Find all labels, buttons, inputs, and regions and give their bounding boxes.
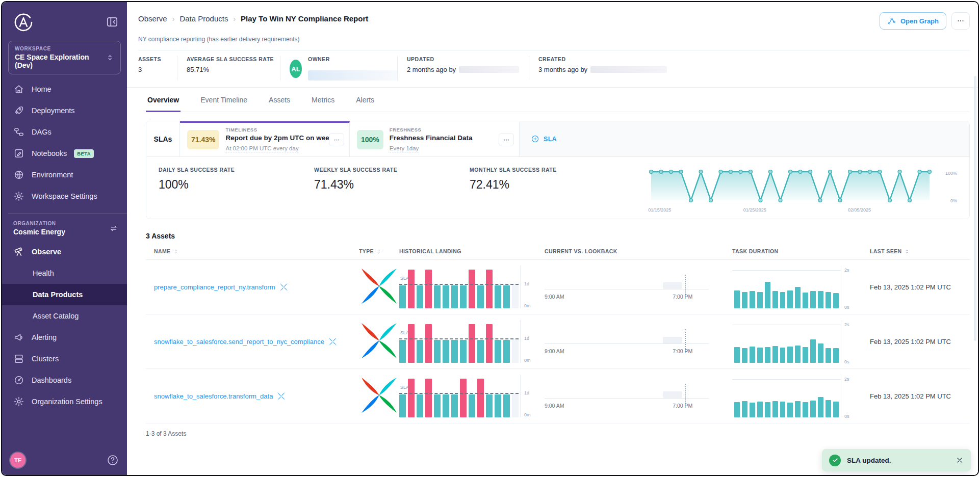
help-icon[interactable] — [107, 454, 119, 466]
dashboard-icon — [13, 375, 24, 386]
sidebar-item-environment[interactable]: Environment — [2, 164, 127, 186]
sidebar-item-observe[interactable]: Observe — [2, 241, 127, 262]
workspace-selector[interactable]: WORKSPACE CE Space Exploration (Dev) — [8, 41, 121, 74]
asset-name-link[interactable]: snowflake_to_salesforce.transform_data — [154, 392, 273, 400]
switch-organization-icon[interactable] — [109, 223, 119, 233]
pagination-summary: 1-3 of 3 Assets — [146, 423, 970, 447]
sidebar-item-label: Workspace Settings — [32, 192, 97, 200]
megaphone-icon — [13, 332, 24, 343]
collapse-sidebar-icon[interactable] — [106, 15, 119, 29]
monthly-rate-label: MONTHLY SLA SUCCESS RATE — [470, 167, 640, 173]
ellipsis-icon — [956, 16, 965, 25]
sidebar-item-label: Data Products — [33, 290, 83, 299]
column-header-type[interactable]: TYPE — [359, 248, 399, 254]
sidebar-item-clusters[interactable]: Clusters — [2, 348, 127, 369]
airflow-outline-icon — [328, 337, 337, 346]
monthly-rate-value: 72.41% — [470, 178, 640, 192]
organization-nav: ObserveHealthData ProductsAsset CatalogA… — [2, 241, 127, 412]
sidebar-item-label: DAGs — [32, 128, 51, 136]
sidebar-item-label: Home — [32, 85, 51, 93]
slas-section-label: SLAs — [146, 121, 180, 156]
sla-card-menu-button[interactable] — [499, 133, 514, 146]
toast-notification: SLA updated. — [822, 449, 971, 471]
owner-name-redacted — [308, 70, 397, 81]
airflow-outline-icon — [279, 283, 288, 292]
ellipsis-icon — [333, 136, 341, 144]
main-content: Observe›Data Products›Play To Win NY Com… — [127, 2, 978, 475]
tab-overview[interactable]: Overview — [146, 91, 180, 112]
sidebar-item-deployments[interactable]: Deployments — [2, 100, 127, 121]
sla-card-freshness[interactable]: 100% FRESHNESS Freshness Financial Data … — [350, 121, 520, 156]
clusters-icon — [13, 353, 24, 364]
breadcrumb-item-observe[interactable]: Observe — [138, 14, 167, 23]
last-seen-value: Feb 13, 2025 1:02 PM UTC — [870, 283, 970, 291]
sidebar-item-dashboards[interactable]: Dashboards — [2, 369, 127, 391]
historical-landing-chart: SLA1d0m — [399, 375, 545, 417]
avg-sla-stat-label: AVERAGE SLA SUCCESS RATE — [187, 56, 280, 62]
sidebar-item-asset-catalog[interactable]: Asset Catalog — [2, 305, 127, 327]
organization-name: Cosmic Energy — [13, 228, 65, 236]
sidebar-item-home[interactable]: Home — [2, 78, 127, 100]
tab-metrics[interactable]: Metrics — [310, 91, 336, 112]
sla-card-timeliness[interactable]: 71.43% TIMELINESS Report due by 2pm UTC … — [180, 121, 350, 156]
sidebar-item-workspace-settings[interactable]: Workspace Settings — [2, 186, 127, 207]
task-duration-chart: 2s0s — [732, 320, 870, 363]
add-sla-button[interactable]: SLA — [531, 135, 557, 143]
sidebar-item-data-products[interactable]: Data Products — [2, 284, 127, 305]
column-header-current-vs-lookback: CURRENT VS. LOOKBACK — [545, 248, 732, 254]
assets-table-header: NAMETYPEHISTORICAL LANDINGCURRENT VS. LO… — [146, 244, 970, 260]
assets-stat-value: 3 — [138, 66, 177, 73]
user-avatar[interactable]: TF — [10, 453, 25, 468]
current-vs-lookback-chart: 9:00 AM7:00 PM — [545, 375, 709, 417]
assets-table-body: prepare_compliance_report_ny.transformSL… — [146, 260, 970, 423]
sla-title: Report due by 2pm UTC on week... — [225, 134, 323, 142]
asset-row: prepare_compliance_report_ny.transformSL… — [146, 260, 970, 314]
sidebar-item-alerting[interactable]: Alerting — [2, 327, 127, 348]
ellipsis-icon — [503, 136, 510, 144]
sort-icon — [376, 249, 381, 254]
asset-row: snowflake_to_salesforce.send_report_to_n… — [146, 314, 970, 369]
historical-landing-chart: SLA1d0m — [399, 266, 545, 308]
sidebar-item-label: Deployments — [32, 107, 75, 115]
sla-schedule: At 02:00 PM UTC every day — [225, 145, 298, 152]
asset-name-link[interactable]: prepare_compliance_report_ny.transform — [154, 283, 275, 291]
sla-card-menu-button[interactable] — [329, 133, 344, 146]
column-header-last-seen[interactable]: LAST SEEN — [870, 248, 970, 254]
sidebar-item-label: Notebooks — [32, 149, 67, 157]
sidebar-item-label: Health — [33, 269, 54, 277]
owner-avatar: AL — [290, 60, 302, 78]
sla-title: Freshness Financial Data — [390, 134, 473, 142]
updated-by-redacted — [459, 66, 519, 73]
workspace-nav: HomeDeploymentsDAGsNotebooksBETAEnvironm… — [2, 78, 127, 207]
sla-schedule: Every 1day — [390, 145, 419, 152]
app-window: WORKSPACE CE Space Exploration (Dev) Hom… — [1, 1, 979, 476]
sidebar-item-label: Asset Catalog — [33, 312, 79, 320]
telescope-icon — [13, 246, 24, 257]
last-seen-value: Feb 13, 2025 1:02 PM UTC — [870, 338, 970, 346]
chevron-up-down-icon — [106, 53, 114, 62]
sidebar-item-notebooks[interactable]: NotebooksBETA — [2, 143, 127, 164]
breadcrumb-item-data-products[interactable]: Data Products — [179, 14, 228, 23]
sla-category: FRESHNESS — [390, 127, 473, 132]
sidebar-item-dags[interactable]: DAGs — [2, 121, 127, 143]
assets-section-title: 3 Assets — [146, 232, 970, 240]
sla-trend-svg — [648, 167, 934, 206]
toast-message: SLA updated. — [847, 457, 891, 464]
tab-event-timeline[interactable]: Event Timeline — [199, 91, 249, 112]
breadcrumb-item-play-to-win-ny-compliance-report: Play To Win NY Compliance Report — [241, 14, 368, 23]
tab-alerts[interactable]: Alerts — [354, 91, 376, 112]
close-icon[interactable] — [956, 456, 964, 464]
created-by-redacted — [590, 66, 667, 73]
workspace-name: CE Space Exploration (Dev) — [15, 53, 106, 69]
sidebar-item-organization-settings[interactable]: Organization Settings — [2, 391, 127, 412]
open-graph-button[interactable]: Open Graph — [880, 12, 946, 30]
workspace-label: WORKSPACE — [15, 46, 106, 51]
tab-assets[interactable]: Assets — [267, 91, 292, 112]
divider — [127, 87, 978, 88]
vertical-scrollbar[interactable] — [974, 76, 976, 341]
graph-icon — [887, 16, 896, 25]
more-actions-button[interactable] — [951, 12, 970, 30]
asset-name-link[interactable]: snowflake_to_salesforce.send_report_to_n… — [154, 338, 324, 346]
column-header-name[interactable]: NAME — [146, 248, 359, 254]
sidebar-item-health[interactable]: Health — [2, 262, 127, 284]
